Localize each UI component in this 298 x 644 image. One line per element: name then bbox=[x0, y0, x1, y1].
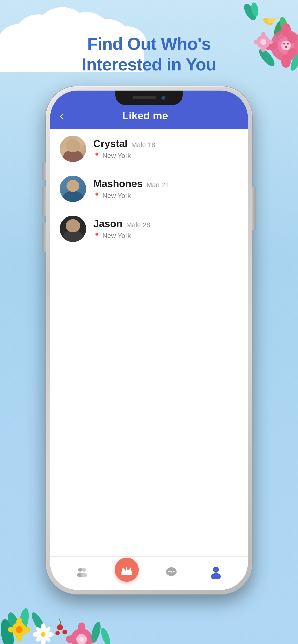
svg-point-77 bbox=[99, 627, 112, 644]
phone-mockup: ‹ Liked me Crystal Male 18 bbox=[46, 86, 252, 594]
phone-screen: ‹ Liked me Crystal Male 18 bbox=[50, 90, 248, 590]
user-name-row-jason: Jason Male 28 bbox=[93, 218, 238, 230]
user-name-row-crystal: Crystal Male 18 bbox=[93, 138, 238, 150]
svg-point-64 bbox=[41, 632, 46, 637]
svg-point-32 bbox=[260, 39, 266, 45]
svg-point-42 bbox=[173, 571, 175, 572]
crown-button[interactable] bbox=[115, 558, 139, 582]
svg-point-53 bbox=[22, 627, 31, 632]
user-city-mashones: New York bbox=[102, 192, 131, 200]
volume-up-button bbox=[43, 163, 46, 180]
user-city-jason: New York bbox=[102, 232, 131, 240]
svg-line-68 bbox=[60, 619, 61, 625]
svg-point-28 bbox=[261, 32, 266, 38]
avatar-jason bbox=[60, 216, 86, 242]
nav-item-chat[interactable] bbox=[149, 566, 194, 579]
svg-point-70 bbox=[78, 622, 85, 633]
user-item-mashones[interactable]: Mashones Man 21 📍 New York bbox=[50, 169, 248, 209]
screen-title: Liked me bbox=[68, 110, 222, 122]
user-gender-age-mashones: Man 21 bbox=[146, 181, 169, 189]
user-info-mashones: Mashones Man 21 📍 New York bbox=[93, 178, 238, 200]
user-location-crystal: 📍 New York bbox=[93, 152, 238, 160]
svg-point-51 bbox=[16, 633, 22, 642]
user-name-row-mashones: Mashones Man 21 bbox=[93, 178, 238, 190]
svg-point-50 bbox=[16, 618, 22, 626]
svg-point-20 bbox=[281, 41, 291, 50]
user-item-jason[interactable]: Jason Male 28 📍 New York bbox=[50, 209, 248, 249]
user-location-mashones: 📍 New York bbox=[93, 192, 238, 200]
flowers-bottom-left bbox=[0, 558, 115, 644]
svg-point-67 bbox=[55, 631, 60, 636]
speaker-grille bbox=[132, 96, 157, 99]
location-icon-crystal: 📍 bbox=[93, 152, 100, 159]
svg-point-56 bbox=[41, 624, 46, 631]
avatar-mashones bbox=[60, 176, 86, 202]
phone-notch bbox=[115, 90, 183, 105]
location-icon-jason: 📍 bbox=[93, 232, 100, 239]
silent-switch bbox=[43, 223, 46, 252]
svg-point-41 bbox=[171, 571, 172, 572]
svg-point-23 bbox=[285, 46, 287, 48]
volume-down-button bbox=[43, 187, 46, 216]
user-gender-age-crystal: Male 18 bbox=[131, 141, 155, 149]
user-name-crystal: Crystal bbox=[93, 138, 127, 150]
user-name-mashones: Mashones bbox=[93, 178, 142, 190]
svg-point-31 bbox=[266, 40, 273, 44]
user-location-jason: 📍 New York bbox=[93, 232, 238, 240]
svg-point-58 bbox=[33, 632, 40, 637]
svg-marker-37 bbox=[121, 566, 132, 573]
user-item-crystal[interactable]: Crystal Male 18 📍 New York bbox=[50, 129, 248, 169]
app-screen: ‹ Liked me Crystal Male 18 bbox=[50, 90, 248, 590]
svg-point-54 bbox=[16, 626, 23, 633]
power-button bbox=[252, 187, 255, 230]
svg-point-40 bbox=[168, 571, 170, 572]
svg-point-75 bbox=[79, 637, 84, 642]
profile-icon bbox=[209, 566, 223, 579]
user-info-jason: Jason Male 28 📍 New York bbox=[93, 218, 238, 240]
flowers-top-right bbox=[221, 0, 298, 72]
svg-point-59 bbox=[46, 632, 54, 637]
svg-rect-38 bbox=[121, 573, 132, 575]
svg-point-72 bbox=[66, 636, 76, 643]
svg-point-43 bbox=[213, 567, 219, 572]
svg-point-22 bbox=[287, 43, 289, 44]
user-gender-age-jason: Male 28 bbox=[126, 221, 150, 229]
svg-point-44 bbox=[211, 573, 221, 579]
user-city-crystal: New York bbox=[102, 152, 131, 160]
front-camera bbox=[161, 96, 166, 100]
phone-outer-shell: ‹ Liked me Crystal Male 18 bbox=[46, 86, 252, 594]
svg-point-65 bbox=[57, 624, 63, 630]
crown-icon bbox=[120, 565, 133, 575]
svg-point-29 bbox=[261, 45, 266, 52]
svg-point-66 bbox=[62, 630, 67, 634]
user-list: Crystal Male 18 📍 New York bbox=[50, 129, 248, 556]
nav-item-profile[interactable] bbox=[194, 566, 238, 579]
chat-icon bbox=[165, 566, 178, 579]
user-info-crystal: Crystal Male 18 📍 New York bbox=[93, 138, 238, 160]
back-button[interactable]: ‹ bbox=[60, 110, 64, 122]
svg-point-21 bbox=[283, 43, 285, 44]
svg-point-52 bbox=[8, 627, 16, 632]
location-icon-mashones: 📍 bbox=[93, 192, 100, 199]
avatar-crystal bbox=[60, 136, 86, 162]
user-name-jason: Jason bbox=[93, 218, 122, 230]
svg-point-30 bbox=[254, 40, 260, 44]
